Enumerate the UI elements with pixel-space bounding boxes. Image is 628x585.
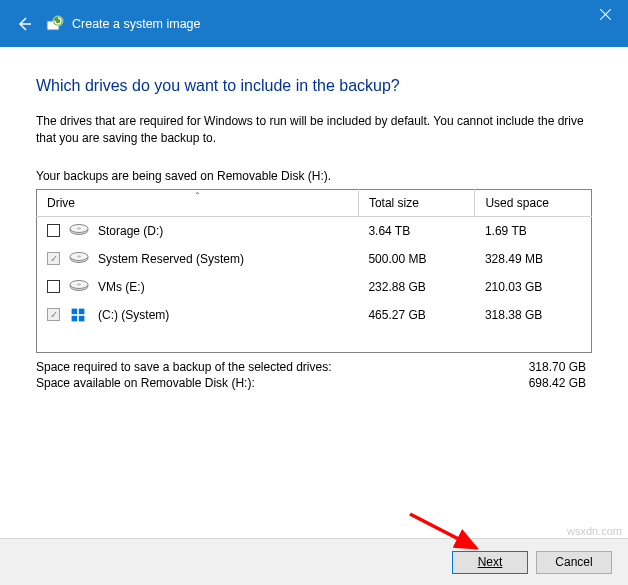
saving-location-text: Your backups are being saved on Removabl…	[36, 169, 592, 183]
column-header-total[interactable]: Total size	[358, 189, 475, 216]
drive-used: 328.49 MB	[475, 245, 592, 273]
drive-row[interactable]: Storage (D:)3.64 TB1.69 TB	[37, 216, 592, 245]
space-required-value: 318.70 GB	[529, 360, 586, 374]
space-available-label: Space available on Removable Disk (H:):	[36, 376, 255, 390]
close-button[interactable]	[582, 0, 628, 28]
drive-used: 210.03 GB	[475, 273, 592, 301]
system-image-icon	[46, 15, 64, 33]
drive-used: 318.38 GB	[475, 301, 592, 329]
svg-rect-13	[79, 308, 85, 314]
cancel-button[interactable]: Cancel	[536, 551, 612, 574]
svg-rect-12	[72, 308, 78, 314]
drive-row[interactable]: System Reserved (System)500.00 MB328.49 …	[37, 245, 592, 273]
svg-rect-15	[79, 315, 85, 321]
titlebar: Create a system image	[0, 0, 628, 47]
drive-label: Storage (D:)	[98, 224, 163, 238]
svg-point-5	[77, 227, 81, 229]
column-header-drive[interactable]: Drive ⌃	[37, 189, 359, 216]
drive-total: 500.00 MB	[358, 245, 475, 273]
drive-checkbox[interactable]	[47, 224, 60, 237]
back-button[interactable]	[8, 8, 40, 40]
drive-label: (C:) (System)	[98, 308, 169, 322]
page-description: The drives that are required for Windows…	[36, 113, 592, 147]
hdd-icon	[68, 223, 90, 239]
drive-label: System Reserved (System)	[98, 252, 244, 266]
watermark: wsxdn.com	[567, 525, 622, 537]
drive-row[interactable]: VMs (E:)232.88 GB210.03 GB	[37, 273, 592, 301]
column-header-used[interactable]: Used space	[475, 189, 592, 216]
next-button[interactable]: Next	[452, 551, 528, 574]
drive-row[interactable]: (C:) (System)465.27 GB318.38 GB	[37, 301, 592, 329]
drive-used: 1.69 TB	[475, 216, 592, 245]
drive-checkbox	[47, 308, 60, 321]
space-required-label: Space required to save a backup of the s…	[36, 360, 332, 374]
hdd-icon	[68, 251, 90, 267]
space-available-value: 698.42 GB	[529, 376, 586, 390]
drives-table: Drive ⌃ Total size Used space Storage (D…	[36, 189, 592, 354]
window-title: Create a system image	[72, 17, 201, 31]
content-area: Which drives do you want to include in t…	[0, 47, 628, 401]
svg-point-11	[77, 283, 81, 285]
hdd-icon	[68, 279, 90, 295]
windows-drive-icon	[68, 307, 90, 323]
drive-total: 465.27 GB	[358, 301, 475, 329]
back-arrow-icon	[15, 15, 33, 33]
svg-point-8	[77, 255, 81, 257]
drive-label: VMs (E:)	[98, 280, 145, 294]
svg-rect-14	[72, 315, 78, 321]
page-heading: Which drives do you want to include in t…	[36, 77, 592, 95]
close-icon	[600, 9, 611, 20]
drive-total: 3.64 TB	[358, 216, 475, 245]
drive-checkbox[interactable]	[47, 280, 60, 293]
drive-checkbox	[47, 252, 60, 265]
sort-caret-icon: ⌃	[194, 191, 201, 200]
footer: Next Cancel	[0, 538, 628, 585]
drive-total: 232.88 GB	[358, 273, 475, 301]
summary: Space required to save a backup of the s…	[36, 359, 592, 391]
